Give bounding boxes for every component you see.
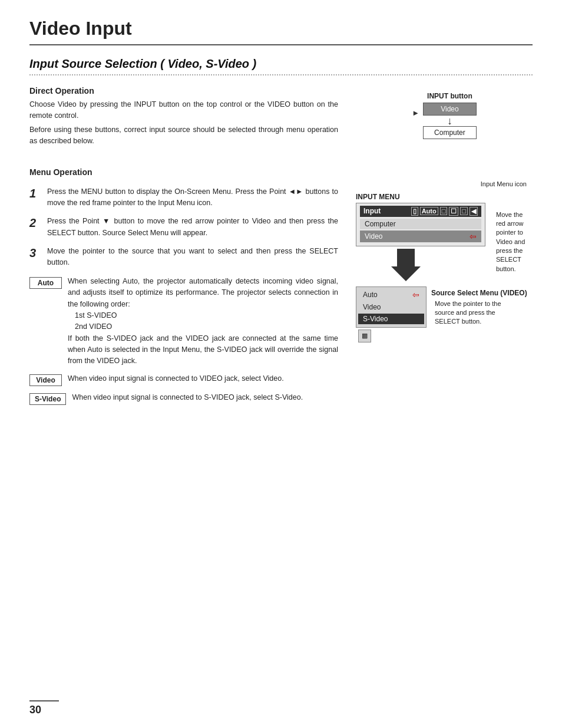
source-select-title: Source Select Menu (VIDEO) xyxy=(431,289,527,297)
ss-auto-arrow: ⇦ xyxy=(412,290,419,299)
step-text-3: Move the pointer to the source that you … xyxy=(47,246,338,269)
input-button-label: INPUT button xyxy=(423,92,477,100)
step-3: 3 Move the pointer to the source that yo… xyxy=(29,246,338,269)
input-button-video: Video xyxy=(423,103,477,116)
im-header-input: Input xyxy=(363,207,381,215)
input-button-diagram: ► INPUT button Video ↓ Computer xyxy=(356,92,533,139)
im-header-icon3: ☐ xyxy=(449,207,458,216)
ss-box: Auto ⇦ Video S-Video xyxy=(356,286,427,328)
step-text-2: Press the Point ▼ button to move the red… xyxy=(47,216,338,239)
menu-operation-title: Menu Operation xyxy=(29,167,338,177)
im-menu-video: Video ⇦ xyxy=(360,230,481,242)
input-button-computer: Computer xyxy=(423,126,477,139)
im-video-arrow: ⇦ xyxy=(470,232,477,241)
input-menu-icon-caption: Input Menu icon xyxy=(356,180,533,187)
direct-operation-text2: Before using these buttons, correct inpu… xyxy=(29,124,338,147)
ss-auto: Auto ⇦ xyxy=(358,289,424,301)
auto-label-box: Auto xyxy=(29,277,62,289)
step-number-1: 1 xyxy=(29,186,41,200)
step-1: 1 Press the MENU button to display the O… xyxy=(29,186,338,209)
im-header-icon1: ▯ xyxy=(411,207,418,216)
im-header-icon4: □ xyxy=(460,207,468,215)
im-header-auto: Auto xyxy=(420,207,438,215)
svideo-label-section: S-Video When video input signal is conne… xyxy=(29,392,338,405)
step-2: 2 Press the Point ▼ button to move the r… xyxy=(29,216,338,239)
direct-operation-text1: Choose Video by pressing the INPUT butto… xyxy=(29,99,338,122)
direct-operation-title: Direct Operation xyxy=(29,86,338,95)
ss-svideo: S-Video xyxy=(358,314,424,324)
svideo-label-box: S-Video xyxy=(29,393,66,405)
im-header-icon2: □ xyxy=(440,207,448,215)
input-menu-label-display: INPUT MENU xyxy=(356,193,485,201)
auto-desc: When selecting Auto, the projector autom… xyxy=(68,276,338,367)
im-menu-header: Input ▯ Auto □ ☐ □ ◀ xyxy=(360,206,481,217)
page-number: 30 xyxy=(29,700,59,716)
input-menu-box: Input ▯ Auto □ ☐ □ ◀ xyxy=(356,203,485,246)
video-label-box: Video xyxy=(29,374,62,386)
input-menu-diagram: Input Menu icon INPUT MENU INPUT MENU xyxy=(356,180,533,342)
big-down-arrow xyxy=(391,249,485,283)
video-desc: When video input signal is connected to … xyxy=(68,373,284,384)
im-menu-computer: Computer xyxy=(360,219,481,229)
step-number-3: 3 xyxy=(29,246,41,260)
step-number-2: 2 xyxy=(29,216,41,230)
im-header-icon5: ◀ xyxy=(470,207,478,216)
section-heading: Input Source Selection ( Video, S-Video … xyxy=(29,57,533,75)
ss-icon: ▩ xyxy=(358,330,371,342)
page-title: Video Input xyxy=(29,18,533,45)
auto-label-section: Auto When selecting Auto, the projector … xyxy=(29,276,338,367)
im-menu-header-right: ▯ Auto □ ☐ □ ◀ xyxy=(411,207,478,216)
svg-marker-0 xyxy=(391,249,421,281)
source-select-note: Move the pointer to the source and press… xyxy=(435,299,517,327)
svideo-desc: When video input signal is connected to … xyxy=(72,392,303,403)
im-note: Move the red arrow pointer to Video and … xyxy=(496,210,533,274)
step-text-1: Press the MENU button to display the On-… xyxy=(47,186,338,209)
source-select-menu: Auto ⇦ Video S-Video ▩ xyxy=(356,286,533,342)
ss-video: Video xyxy=(358,302,424,312)
video-label-section: Video When video input signal is connect… xyxy=(29,373,338,386)
